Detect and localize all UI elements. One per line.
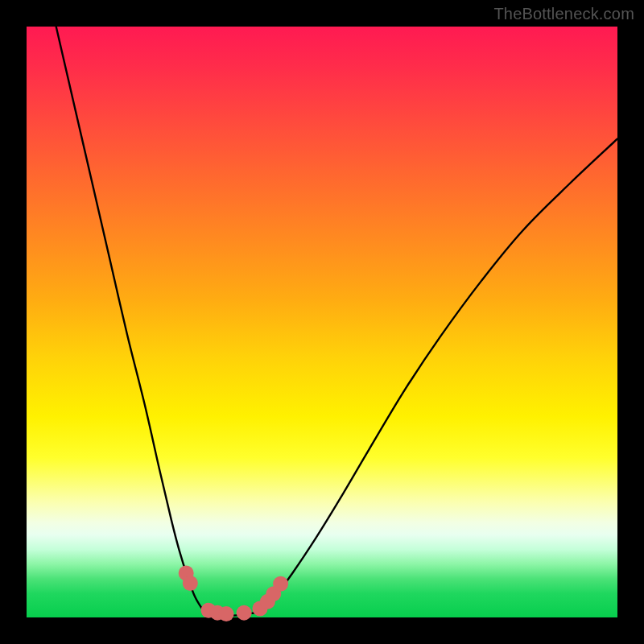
bottleneck-curve-left: [56, 27, 204, 612]
curve-marker: [237, 605, 252, 621]
outer-frame: TheBottleneck.com: [0, 0, 644, 644]
curve-markers: [179, 565, 288, 621]
curve-overlay: [27, 27, 617, 617]
bottleneck-curve-right: [260, 138, 617, 611]
watermark-text: TheBottleneck.com: [493, 5, 634, 23]
curve-marker: [273, 576, 288, 592]
curve-marker: [219, 606, 234, 621]
curve-marker: [183, 576, 198, 591]
